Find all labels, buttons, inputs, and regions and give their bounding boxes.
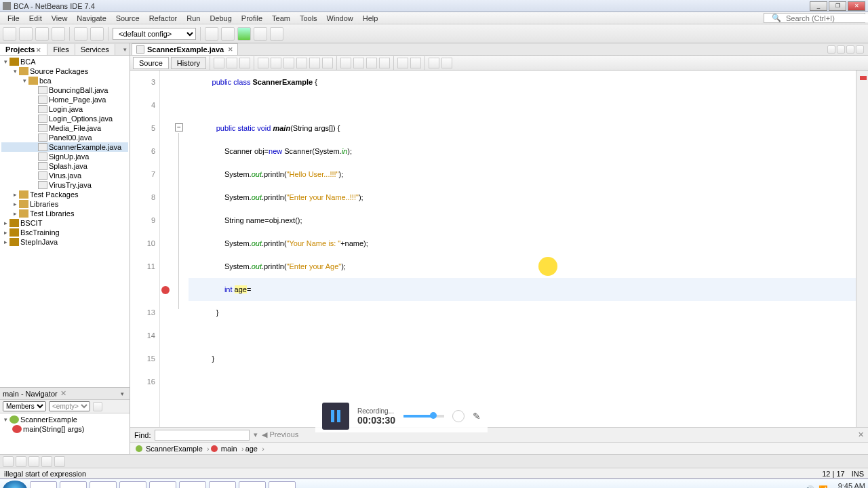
tree-item[interactable]: ▸Libraries (1, 199, 128, 209)
tab-files[interactable]: Files (47, 44, 75, 55)
clean-build-button[interactable] (221, 27, 235, 41)
error-icon[interactable] (161, 286, 170, 294)
et-btn[interactable] (296, 58, 307, 68)
nav-button[interactable] (28, 456, 39, 467)
tree-item[interactable]: ▾bca (1, 76, 128, 85)
taskbar-app[interactable] (90, 481, 117, 489)
et-btn[interactable] (397, 58, 408, 68)
et-btn[interactable] (441, 58, 452, 68)
config-select[interactable]: <default config> (113, 28, 196, 40)
find-prev-button[interactable]: ◀ Previous (262, 430, 298, 439)
et-btn[interactable] (214, 58, 224, 68)
undo-button[interactable] (74, 27, 87, 41)
tab-services[interactable]: Services (75, 44, 115, 55)
find-input[interactable] (155, 430, 250, 441)
tree-item[interactable]: BouncingBall.java (1, 85, 128, 95)
et-btn[interactable] (429, 58, 439, 68)
find-close-icon[interactable]: ✕ (858, 430, 864, 439)
output-button[interactable] (3, 456, 14, 467)
redo-button[interactable] (90, 27, 104, 41)
error-marker[interactable] (860, 76, 867, 80)
history-tab[interactable]: History (171, 57, 206, 69)
breadcrumb-item[interactable]: ScannerExample (133, 445, 208, 453)
taskbar-app[interactable] (179, 481, 206, 489)
annotate-icon[interactable]: ✎ (473, 411, 481, 422)
menu-source[interactable]: Source (111, 14, 144, 22)
source-tab[interactable]: Source (133, 57, 169, 69)
et-btn[interactable] (226, 58, 237, 68)
tab-max-button[interactable] (856, 45, 864, 54)
tree-item[interactable]: ▸Test Libraries (1, 209, 128, 218)
editor-tab[interactable]: ScannerExample.java ✕ (132, 43, 238, 55)
members-select[interactable]: Members (3, 401, 46, 411)
et-btn[interactable] (271, 58, 281, 68)
pause-button[interactable] (322, 403, 349, 430)
tab-list-button[interactable] (846, 45, 854, 54)
tree-item[interactable]: ▾BCA (1, 57, 128, 66)
webcam-button[interactable] (452, 410, 465, 422)
taskbar-app[interactable] (209, 481, 236, 489)
taskbar-app[interactable] (119, 481, 146, 489)
tree-item[interactable]: SignUp.java (1, 152, 128, 161)
menu-debug[interactable]: Debug (205, 14, 236, 22)
tree-item[interactable]: Panel00.java (1, 133, 128, 142)
tree-item[interactable]: ▸BSCIT (1, 218, 128, 228)
debug-button[interactable] (254, 27, 267, 41)
system-tray[interactable]: ▲ 🔊 📶 9:45 AM 8/29/2018 (793, 482, 865, 489)
code-editor[interactable]: 3456789101113141516 − public class Scann… (130, 70, 868, 427)
volume-slider[interactable] (403, 415, 444, 418)
panel-menu-icon[interactable]: ▾ (118, 390, 127, 397)
tree-item[interactable]: Login.java (1, 104, 128, 114)
new-project-button[interactable] (19, 27, 33, 41)
tasks-button[interactable] (16, 456, 26, 467)
run-button[interactable] (237, 27, 251, 41)
menu-navigate[interactable]: Navigate (72, 14, 111, 22)
nav-class[interactable]: ▾ScannerExample (1, 415, 128, 424)
tree-item[interactable]: Login_Options.java (1, 114, 128, 123)
et-btn[interactable] (353, 58, 364, 68)
tree-item[interactable]: Splash.java (1, 161, 128, 171)
menu-edit[interactable]: Edit (24, 14, 47, 22)
new-file-button[interactable] (3, 27, 16, 41)
nav-settings-icon[interactable] (93, 402, 102, 411)
taskbar-app[interactable] (149, 481, 176, 489)
et-btn[interactable] (239, 58, 250, 68)
et-btn[interactable] (283, 58, 294, 68)
tab-projects[interactable]: Projects✕ (0, 44, 47, 55)
start-button[interactable] (3, 481, 27, 489)
tree-item[interactable]: ▾Source Packages (1, 66, 128, 76)
menu-refactor[interactable]: Refactor (144, 14, 182, 22)
menu-file[interactable]: File (3, 14, 24, 22)
btn[interactable] (54, 456, 65, 467)
et-btn[interactable] (258, 58, 269, 68)
tree-item[interactable]: Home_Page.java (1, 95, 128, 104)
menu-run[interactable]: Run (182, 14, 205, 22)
breadcrumb-item[interactable]: main (208, 445, 243, 453)
et-btn[interactable] (322, 58, 333, 68)
tray-icon[interactable]: 📶 (818, 485, 828, 488)
taskbar-app[interactable] (60, 481, 87, 489)
nav-method[interactable]: main(String[] args) (1, 424, 128, 434)
tab-next-button[interactable] (837, 45, 845, 54)
error-stripe[interactable] (856, 70, 868, 427)
tree-item[interactable]: Virus.java (1, 171, 128, 180)
open-project-button[interactable] (35, 27, 49, 41)
tree-item[interactable]: ScannerExample.java (1, 142, 128, 152)
maximize-button[interactable]: ❐ (829, 1, 846, 11)
quick-search[interactable]: 🔍 (764, 13, 865, 23)
et-btn[interactable] (366, 58, 377, 68)
minimize-button[interactable]: _ (810, 1, 827, 11)
code-content[interactable]: public class ScannerExample { public sta… (189, 70, 856, 427)
close-button[interactable]: ✕ (848, 1, 865, 11)
tree-item[interactable]: ▸BscTraining (1, 228, 128, 237)
menu-team[interactable]: Team (267, 14, 295, 22)
profile-button[interactable] (270, 27, 283, 41)
save-all-button[interactable] (52, 27, 65, 41)
taskbar-app[interactable] (269, 481, 296, 489)
tray-icon[interactable]: ▲ (793, 486, 801, 489)
menu-window[interactable]: Window (322, 14, 358, 22)
menu-tools[interactable]: Tools (295, 14, 322, 22)
et-btn[interactable] (410, 58, 421, 68)
screen-recorder[interactable]: Recording... 00:03:30 ✎ (315, 400, 488, 432)
menu-help[interactable]: Help (358, 14, 383, 22)
